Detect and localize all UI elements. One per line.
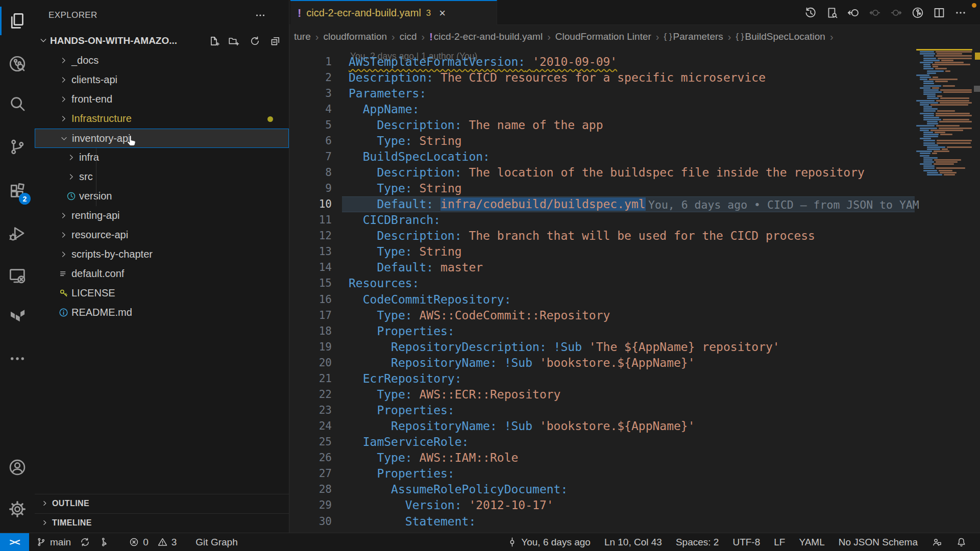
- code-line-19[interactable]: 19 RepositoryDescription: !Sub 'The ${Ap…: [289, 339, 980, 355]
- activity-account-icon[interactable]: [0, 453, 35, 482]
- breadcrumb-item[interactable]: cloudformation: [323, 31, 387, 42]
- code-line-4[interactable]: 4 AppName:: [289, 102, 980, 117]
- git-graph-text-button-label: Git Graph: [195, 537, 237, 548]
- tree-item-clients-api[interactable]: clients-api: [35, 70, 289, 90]
- code-line-9[interactable]: 9 Type: String: [289, 181, 980, 196]
- activity-search-icon[interactable]: [0, 89, 35, 118]
- workspace-row[interactable]: HANDS-ON-WITH-AMAZO...: [35, 31, 289, 51]
- sync-status[interactable]: [80, 537, 90, 547]
- breadcrumb-item[interactable]: cicd: [400, 31, 417, 42]
- open-changes-icon[interactable]: [825, 6, 839, 19]
- activity-source-control-icon[interactable]: [0, 133, 35, 161]
- code-token: [349, 451, 377, 464]
- git-graph-text-button[interactable]: Git Graph: [195, 537, 237, 548]
- new-folder-icon[interactable]: [228, 35, 239, 47]
- tree-item-license[interactable]: LICENSE: [35, 284, 289, 303]
- code-token: [582, 340, 589, 354]
- refresh-icon[interactable]: [249, 35, 261, 47]
- outline-section[interactable]: OUTLINE: [35, 494, 289, 514]
- code-line-27[interactable]: 27 Properties:: [289, 466, 980, 482]
- compare-previous-revision-icon[interactable]: [847, 6, 860, 19]
- minimap[interactable]: [916, 48, 974, 179]
- activity-explorer-icon[interactable]: [0, 7, 35, 35]
- tree-item-scripts-by-chapter[interactable]: scripts-by-chapter: [35, 245, 289, 264]
- activity-git-graph-view-icon[interactable]: [0, 49, 35, 78]
- code-line-30[interactable]: 30 Statement:: [289, 514, 980, 530]
- code-line-23[interactable]: 23 Properties:: [289, 403, 980, 418]
- tree-item-resource-api[interactable]: resource-api: [35, 226, 289, 245]
- code-line-10[interactable]: 10 Default: infra/codebuild/buildspec.ym…: [289, 196, 980, 212]
- tab-close-icon[interactable]: ×: [439, 8, 446, 18]
- tree-item-default-conf[interactable]: default.conf: [35, 264, 289, 284]
- timeline-history-icon[interactable]: [804, 6, 817, 19]
- code-line-8[interactable]: 8 Description: The location of the build…: [289, 165, 980, 181]
- tree-item-front-end[interactable]: front-end: [35, 90, 289, 109]
- code-line-21[interactable]: 21 EcrRepository:: [289, 371, 980, 387]
- activity-run-and-debug-icon[interactable]: [0, 219, 35, 248]
- code-line-22[interactable]: 22 Type: AWS::ECR::Repository: [289, 387, 980, 403]
- code-line-20[interactable]: 20 RepositoryName: !Sub 'bookstore.${App…: [289, 355, 980, 371]
- tree-item-infra[interactable]: infra: [35, 148, 289, 167]
- remote-indicator[interactable]: ><: [0, 533, 29, 551]
- tree-item-renting-api[interactable]: renting-api: [35, 206, 289, 226]
- encoding-status[interactable]: UTF-8: [732, 537, 760, 548]
- branch-status[interactable]: main: [36, 537, 71, 548]
- tree-item-infrastructure[interactable]: Infrastructure: [35, 109, 289, 129]
- activity-more-views-icon[interactable]: [0, 344, 35, 373]
- activity-extensions-icon[interactable]: 2: [0, 177, 35, 206]
- code-line-14[interactable]: 14 Default: master: [289, 260, 980, 276]
- eol-status[interactable]: LF: [774, 537, 785, 548]
- tree-item--docs[interactable]: _docs: [35, 51, 289, 70]
- breadcrumb-item[interactable]: CloudFormation Linter: [555, 31, 651, 42]
- cursor-position[interactable]: Ln 10, Col 43: [604, 537, 662, 548]
- notifications-bell[interactable]: [956, 537, 967, 547]
- code-line-6[interactable]: 6 Type: String: [289, 133, 980, 149]
- code-line-26[interactable]: 26 Type: AWS::IAM::Role: [289, 450, 980, 466]
- breadcrumb-item[interactable]: { }BuildSpecLocation: [736, 31, 825, 42]
- overview-ruler[interactable]: [974, 48, 980, 533]
- tree-item-version[interactable]: version: [35, 187, 289, 206]
- code-editor[interactable]: You, 2 days ago | 1 author (You) 1AWSTem…: [289, 48, 980, 533]
- collapse-all-icon[interactable]: [270, 35, 281, 47]
- tree-item-readme-md[interactable]: README.md: [35, 303, 289, 322]
- tree-item-src[interactable]: src: [35, 167, 289, 187]
- line-number: 7: [289, 149, 332, 165]
- tree-item-inventory-api[interactable]: inventory-api: [35, 129, 289, 148]
- breadcrumb-item[interactable]: { }Parameters: [664, 31, 723, 42]
- timeline-section[interactable]: TIMELINE: [35, 513, 289, 533]
- code-line-1[interactable]: 1AWSTemplateFormatVersion: '2010-09-09': [289, 54, 980, 70]
- code-line-12[interactable]: 12 Description: The branch that will be …: [289, 228, 980, 244]
- code-line-13[interactable]: 13 Type: String: [289, 244, 980, 260]
- code-line-2[interactable]: 2Description: The CICD resources for a s…: [289, 70, 980, 86]
- activity-settings-gear-icon[interactable]: [0, 495, 35, 523]
- activity-remote-explorer-icon[interactable]: [0, 261, 35, 290]
- code-line-16[interactable]: 16 CodeCommitRepository:: [289, 292, 980, 308]
- code-line-7[interactable]: 7 BuildSpecLocation:: [289, 149, 980, 165]
- activity-terraform-icon[interactable]: [0, 302, 35, 331]
- code-line-11[interactable]: 11 CICDBranch:: [289, 212, 980, 228]
- code-line-28[interactable]: 28 AssumeRolePolicyDocument:: [289, 482, 980, 497]
- problems-status[interactable]: 03: [129, 537, 177, 548]
- code-line-15[interactable]: 15Resources:: [289, 276, 980, 291]
- code-line-24[interactable]: 24 RepositoryName: !Sub 'bookstore.${App…: [289, 418, 980, 434]
- indentation-status[interactable]: Spaces: 2: [676, 537, 719, 548]
- split-editor-icon[interactable]: [933, 6, 946, 19]
- breadcrumb-item[interactable]: ture: [294, 31, 311, 42]
- more-actions-icon[interactable]: [954, 6, 967, 19]
- code-line-25[interactable]: 25 IamServiceRole:: [289, 434, 980, 450]
- code-line-17[interactable]: 17 Type: AWS::CodeCommit::Repository: [289, 308, 980, 323]
- explorer-more-actions-icon[interactable]: [254, 9, 266, 21]
- language-mode[interactable]: YAML: [799, 537, 824, 548]
- commit-graph-icon[interactable]: [911, 6, 924, 19]
- git-graph-button[interactable]: [99, 537, 110, 547]
- tab-cicd-2-ecr-and-build[interactable]: ! cicd-2-ecr-and-build.yaml 3 ×: [290, 0, 497, 25]
- feedback-button[interactable]: [932, 537, 942, 547]
- json-schema-status[interactable]: No JSON Schema: [839, 537, 918, 548]
- code-line-18[interactable]: 18 Properties:: [289, 323, 980, 339]
- blame-status[interactable]: You, 6 days ago: [507, 537, 591, 548]
- breadcrumb-item[interactable]: !cicd-2-ecr-and-build.yaml: [429, 31, 543, 43]
- code-line-5[interactable]: 5 Description: The name of the app: [289, 117, 980, 133]
- new-file-icon[interactable]: [208, 35, 220, 47]
- code-line-3[interactable]: 3Parameters:: [289, 86, 980, 102]
- code-line-29[interactable]: 29 Version: '2012-10-17': [289, 497, 980, 513]
